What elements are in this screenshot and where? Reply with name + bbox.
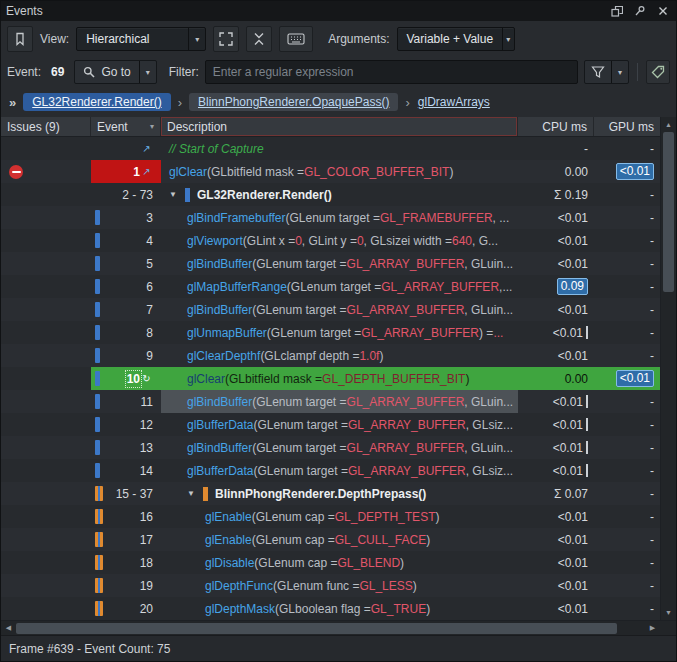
event-row[interactable]: 10↻glClear(GLbitfield mask = GL_DEPTH_BU… <box>1 367 660 390</box>
desc-segment: GL_CULL_FACE <box>335 533 426 547</box>
desc-segment: (GLclampf depth = <box>260 349 359 363</box>
cpu-cell: <0.01 <box>518 505 594 528</box>
bookmark-button[interactable] <box>7 26 33 52</box>
filter-label: Filter: <box>169 65 199 79</box>
desc-segment: glMapBufferRange <box>187 280 287 294</box>
breadcrumb-root-chevrons[interactable]: » <box>9 95 16 110</box>
desc-segment: ) <box>435 510 439 524</box>
filter-toolbar: Event: 69 Go to ▾ Filter: ▾ <box>1 57 676 87</box>
event-row[interactable]: 20glDepthMask(GLboolean flag = GL_TRUE)<… <box>1 597 660 620</box>
event-row[interactable]: 8glUnmapBuffer(GLenum target = GL_ARRAY_… <box>1 321 660 344</box>
event-row[interactable]: 17glEnable(GLenum cap = GL_CULL_FACE)<0.… <box>1 528 660 551</box>
event-cell: 15 - 37 <box>91 482 161 505</box>
event-row[interactable]: 9glClearDepthf(GLclampf depth = 1.0f)<0.… <box>1 344 660 367</box>
event-row[interactable]: 16glEnable(GLenum cap = GL_DEPTH_TEST)<0… <box>1 505 660 528</box>
desc-segment: 1.0f <box>359 349 379 363</box>
view-select[interactable]: Hierarchical ▾ <box>76 27 206 51</box>
tree-expander-icon[interactable]: ▼ <box>169 190 184 199</box>
panel-title: Events <box>6 4 43 18</box>
gpu-time: - <box>650 464 654 478</box>
event-cell: 19 <box>91 574 161 597</box>
event-row[interactable]: 11glBindBuffer(GLenum target = GL_ARRAY_… <box>1 390 660 413</box>
event-row[interactable]: 2 - 73▼GL32Renderer.Render()Σ 0.19- <box>1 183 660 206</box>
event-cell: 2 - 73 <box>91 183 161 206</box>
desc-segment: (GLenum func = <box>273 579 359 593</box>
event-row[interactable]: 5glBindBuffer(GLenum target = GL_ARRAY_B… <box>1 252 660 275</box>
description-cell: glUnmapBuffer(GLenum target = GL_ARRAY_B… <box>161 321 518 344</box>
desc-segment: (GLenum target = <box>254 464 348 478</box>
cpu-cell: 0.00 <box>518 160 594 183</box>
collapse-all-button[interactable] <box>246 26 272 52</box>
horizontal-scrollbar[interactable]: ◀ ▶ <box>1 620 676 635</box>
marker-strip-icon <box>95 486 103 501</box>
event-row[interactable]: 6glMapBufferRange(GLenum target = GL_ARR… <box>1 275 660 298</box>
event-row[interactable]: ↗// Start of Capture-- <box>1 137 660 160</box>
column-header-gpu[interactable]: GPU ms <box>594 117 660 136</box>
event-row[interactable]: 18glDisable(GLenum cap = GL_BLEND)<0.01- <box>1 551 660 574</box>
desc-segment: GL_ARRAY_BUFFER <box>347 303 465 317</box>
breadcrumb-separator: › <box>405 95 409 110</box>
event-row[interactable]: 3glBindFramebuffer(GLenum target = GL_FR… <box>1 206 660 229</box>
filter-options-button[interactable]: ▾ <box>584 60 629 84</box>
float-window-icon[interactable] <box>609 4 625 18</box>
vertical-scrollbar[interactable]: ▲ ▼ <box>660 117 676 620</box>
bookmark-jump-icon: ↗ <box>140 166 153 177</box>
marker-strip-icon <box>95 509 103 524</box>
close-icon[interactable] <box>655 4 671 18</box>
description-cell: ▼BlinnPhongRenderer.DepthPrepass() <box>161 482 518 505</box>
breadcrumb-item-render[interactable]: GL32Renderer.Render() <box>23 93 170 111</box>
filter-input[interactable] <box>205 60 578 84</box>
scroll-left-icon[interactable]: ◀ <box>1 624 16 632</box>
issues-cell <box>1 528 91 551</box>
goto-button[interactable]: Go to ▾ <box>74 60 156 84</box>
expand-all-button[interactable] <box>213 26 239 52</box>
chevron-down-icon: ▾ <box>188 28 205 50</box>
event-row[interactable]: 12glBufferData(GLenum target = GL_ARRAY_… <box>1 413 660 436</box>
arguments-select[interactable]: Variable + Value ▾ <box>397 27 515 51</box>
cpu-time: <0.01 <box>558 303 588 317</box>
desc-segment: ... <box>493 326 503 340</box>
gpu-time: - <box>650 303 654 317</box>
scroll-right-icon[interactable]: ▶ <box>645 624 660 632</box>
breadcrumb-item-gldrawarrays[interactable]: glDrawArrays <box>417 93 491 111</box>
cpu-cell: <0.01 <box>518 551 594 574</box>
panel-titlebar: Events <box>1 1 676 21</box>
breadcrumb-item-opaquepass[interactable]: BlinnPhongRenderer.OpaquePass() <box>189 93 398 111</box>
gpu-time: - <box>650 556 654 570</box>
desc-segment: GL_FRAMEBUFFER <box>380 211 493 225</box>
column-header-description[interactable]: Description <box>161 117 518 136</box>
desc-segment: , GLuin... <box>464 257 513 271</box>
event-row[interactable]: 13glBindBuffer(GLenum target = GL_ARRAY_… <box>1 436 660 459</box>
scroll-up-icon[interactable]: ▲ <box>661 117 676 132</box>
save-filter-button[interactable] <box>646 60 670 84</box>
desc-segment: glClear <box>187 372 225 386</box>
horizontal-scroll-thumb[interactable] <box>16 623 617 634</box>
desc-segment: (GLbitfield mask = <box>207 165 304 179</box>
keyboard-shortcuts-button[interactable] <box>279 26 313 52</box>
column-header-event[interactable]: Event ▾ <box>91 117 161 136</box>
event-row[interactable]: 7glBindBuffer(GLenum target = GL_ARRAY_B… <box>1 298 660 321</box>
scroll-down-icon[interactable]: ▼ <box>661 605 676 620</box>
desc-segment: , GLuin... <box>464 303 513 317</box>
column-header-cpu[interactable]: CPU ms <box>518 117 594 136</box>
marker-strip-icon <box>95 279 100 294</box>
desc-segment: glBufferData <box>187 464 254 478</box>
marker-strip-icon <box>95 532 103 547</box>
event-cell: 6 <box>91 275 161 298</box>
event-row[interactable]: 15 - 37▼BlinnPhongRenderer.DepthPrepass(… <box>1 482 660 505</box>
event-id: 3 <box>146 211 153 225</box>
description-cell: glDepthFunc(GLenum func = GL_LESS) <box>161 574 518 597</box>
tree-expander-icon[interactable]: ▼ <box>187 489 202 498</box>
pin-icon[interactable] <box>632 4 648 18</box>
event-id: 17 <box>140 533 153 547</box>
column-header-issues[interactable]: Issues (9) <box>1 117 91 136</box>
event-row[interactable]: 14glBufferData(GLenum target = GL_ARRAY_… <box>1 459 660 482</box>
event-row[interactable]: 19glDepthFunc(GLenum func = GL_LESS)<0.0… <box>1 574 660 597</box>
event-row[interactable]: 1↗glClear(GLbitfield mask = GL_COLOR_BUF… <box>1 160 660 183</box>
marker-strip-icon <box>95 256 100 271</box>
vertical-scroll-thumb[interactable] <box>663 132 674 292</box>
description-cell: glBindBuffer(GLenum target = GL_ARRAY_BU… <box>161 252 518 275</box>
desc-segment: GL_ARRAY_BUFFER <box>348 464 466 478</box>
search-icon <box>83 66 95 78</box>
event-row[interactable]: 4glViewport(GLint x = 0, GLint y = 0, GL… <box>1 229 660 252</box>
